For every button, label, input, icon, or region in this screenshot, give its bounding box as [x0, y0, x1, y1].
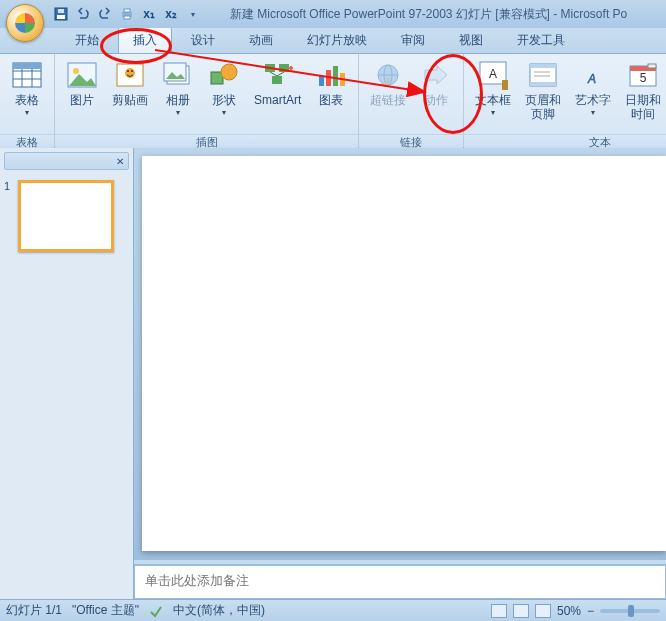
datetime-button[interactable]: 5 日期和 时间: [618, 56, 666, 132]
svg-rect-25: [319, 76, 324, 86]
sub-x1-icon[interactable]: x₁: [140, 5, 158, 23]
tab-insert[interactable]: 插入: [118, 26, 172, 53]
datetime-icon: 5: [627, 59, 659, 91]
album-label: 相册: [166, 93, 190, 107]
hyperlink-button: 超链接: [363, 56, 413, 132]
thumbnail-number: 1: [4, 180, 18, 252]
svg-rect-24: [272, 76, 282, 84]
album-button[interactable]: 相册 ▾: [155, 56, 201, 132]
wordart-button[interactable]: A 艺术字 ▾: [568, 56, 618, 132]
editor-area: 单击此处添加备注: [134, 148, 666, 599]
table-icon: [11, 59, 43, 91]
svg-rect-37: [530, 82, 556, 86]
svg-rect-34: [502, 80, 508, 90]
hyperlink-label: 超链接: [370, 93, 406, 107]
chart-button[interactable]: 图表: [308, 56, 354, 132]
thumbnail-item[interactable]: 1: [4, 180, 129, 252]
ribbon-tabstrip: 开始 插入 设计 动画 幻灯片放映 审阅 视图 开发工具: [0, 28, 666, 54]
sub-x2-icon[interactable]: x₂: [162, 5, 180, 23]
svg-point-13: [73, 68, 79, 74]
status-language[interactable]: 中文(简体，中国): [173, 602, 265, 619]
svg-rect-11: [13, 63, 41, 69]
smartart-label: SmartArt: [254, 93, 301, 107]
svg-rect-28: [340, 73, 345, 86]
undo-icon[interactable]: [74, 5, 92, 23]
title-bar: x₁ x₂ ▾ 新建 Microsoft Office PowerPoint 9…: [0, 0, 666, 28]
thumbnail-pane-header: ✕: [4, 152, 129, 170]
shapes-button[interactable]: 形状 ▾: [201, 56, 247, 132]
textbox-button[interactable]: A 文本框 ▾: [468, 56, 518, 132]
svg-rect-23: [279, 64, 289, 72]
textbox-icon: A: [477, 59, 509, 91]
tab-design[interactable]: 设计: [176, 26, 230, 53]
save-icon[interactable]: [52, 5, 70, 23]
svg-point-16: [127, 70, 129, 72]
redo-icon[interactable]: [96, 5, 114, 23]
smartart-icon: [262, 59, 294, 91]
headerfooter-button[interactable]: 页眉和 页脚: [518, 56, 568, 132]
datetime-label: 日期和 时间: [625, 93, 661, 121]
ribbon: 表格 ▾ 表格 图片 剪贴画 相册 ▾ 形状 ▾: [0, 54, 666, 148]
svg-text:A: A: [587, 72, 596, 86]
tab-animation[interactable]: 动画: [234, 26, 288, 53]
shapes-label: 形状: [212, 93, 236, 107]
smartart-button[interactable]: SmartArt: [247, 56, 308, 132]
svg-rect-36: [530, 64, 556, 68]
print-icon[interactable]: [118, 5, 136, 23]
tab-review[interactable]: 审阅: [386, 26, 440, 53]
qat-more-icon[interactable]: ▾: [184, 5, 202, 23]
view-normal-button[interactable]: [491, 604, 507, 618]
svg-text:5: 5: [640, 71, 647, 85]
svg-point-17: [131, 70, 133, 72]
zoom-slider[interactable]: [600, 609, 660, 613]
chevron-down-icon: ▾: [176, 108, 180, 117]
quick-access-toolbar: x₁ x₂ ▾: [52, 5, 202, 23]
thumbnail-pane: ✕ 1: [0, 148, 134, 599]
tab-developer[interactable]: 开发工具: [502, 26, 580, 53]
picture-label: 图片: [70, 93, 94, 107]
chevron-down-icon: ▾: [591, 108, 595, 117]
album-icon: [162, 59, 194, 91]
slide-canvas[interactable]: [142, 156, 666, 551]
picture-button[interactable]: 图片: [59, 56, 105, 132]
slide-canvas-area: [134, 148, 666, 559]
action-button: 动作: [413, 56, 459, 132]
svg-text:A: A: [489, 67, 497, 81]
office-button[interactable]: [6, 4, 44, 42]
table-label: 表格: [15, 93, 39, 107]
svg-rect-22: [265, 64, 275, 72]
spellcheck-icon: [149, 604, 163, 618]
view-slideshow-button[interactable]: [535, 604, 551, 618]
headerfooter-icon: [527, 59, 559, 91]
workspace: ✕ 1 单击此处添加备注: [0, 148, 666, 599]
chart-icon: [315, 59, 347, 91]
view-sorter-button[interactable]: [513, 604, 529, 618]
tab-view[interactable]: 视图: [444, 26, 498, 53]
chevron-down-icon: ▾: [222, 108, 226, 117]
hyperlink-icon: [372, 59, 404, 91]
svg-rect-44: [648, 64, 656, 68]
status-spellcheck[interactable]: [149, 604, 163, 618]
picture-icon: [66, 59, 98, 91]
wordart-label: 艺术字: [575, 93, 611, 107]
action-icon: [420, 59, 452, 91]
zoom-out-icon[interactable]: −: [587, 604, 594, 618]
svg-rect-4: [124, 9, 130, 12]
zoom-level[interactable]: 50%: [557, 604, 581, 618]
svg-rect-5: [124, 16, 130, 19]
shapes-icon: [208, 59, 240, 91]
thumbnail-slide[interactable]: [18, 180, 114, 252]
tab-slideshow[interactable]: 幻灯片放映: [292, 26, 382, 53]
svg-rect-27: [333, 66, 338, 86]
notes-pane[interactable]: 单击此处添加备注: [134, 565, 666, 599]
clipart-button[interactable]: 剪贴画: [105, 56, 155, 132]
wordart-icon: A: [577, 59, 609, 91]
status-theme: "Office 主题": [72, 602, 139, 619]
tab-home[interactable]: 开始: [60, 26, 114, 53]
headerfooter-label: 页眉和 页脚: [525, 93, 561, 121]
clipart-icon: [114, 59, 146, 91]
chevron-down-icon: ▾: [491, 108, 495, 117]
svg-rect-1: [57, 15, 65, 19]
close-icon[interactable]: ✕: [116, 156, 124, 167]
table-button[interactable]: 表格 ▾: [4, 56, 50, 132]
